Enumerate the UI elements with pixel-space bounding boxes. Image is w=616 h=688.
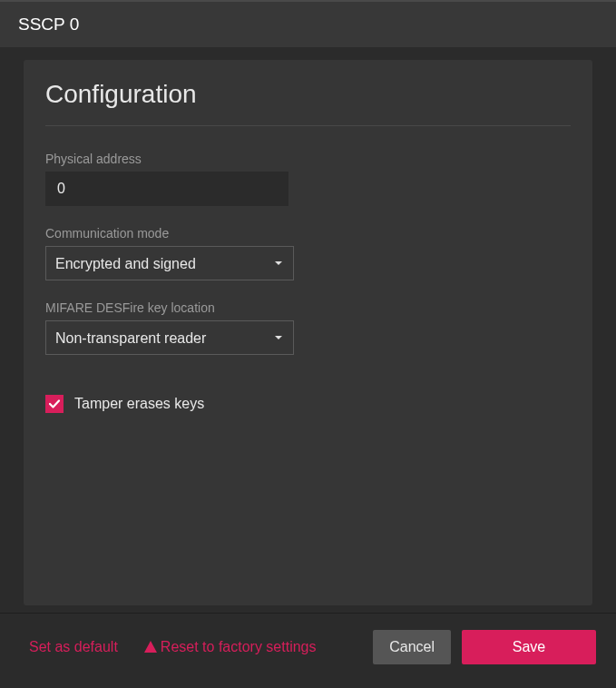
mifare-key-location-select[interactable]: Non-transparent reader [45, 320, 294, 355]
mifare-key-location-label: MIFARE DESFire key location [45, 300, 571, 315]
field-communication-mode: Communication mode Encrypted and signed [45, 226, 571, 280]
cancel-button[interactable]: Cancel [373, 630, 451, 664]
save-button[interactable]: Save [462, 630, 596, 664]
content-area: Configuration Physical address Communica… [0, 47, 616, 613]
physical-address-label: Physical address [45, 152, 571, 166]
tamper-erases-keys-checkbox[interactable] [45, 395, 64, 413]
set-as-default-label: Set as default [29, 639, 118, 655]
reset-to-factory-button[interactable]: Reset to factory settings [143, 639, 317, 655]
dialog-footer: Set as default Reset to factory settings… [0, 613, 616, 688]
communication-mode-select[interactable]: Encrypted and signed [45, 246, 294, 280]
panel-title: Configuration [45, 80, 571, 126]
check-icon [48, 398, 61, 410]
dialog-header: SSCP 0 [0, 0, 616, 47]
field-tamper-erases-keys: Tamper erases keys [45, 395, 571, 413]
footer-actions: Cancel Save [373, 630, 596, 664]
reset-to-factory-label: Reset to factory settings [161, 639, 317, 655]
physical-address-input[interactable] [45, 172, 288, 206]
dialog-window: SSCP 0 Configuration Physical address Co… [0, 0, 616, 688]
communication-mode-label: Communication mode [45, 226, 571, 241]
dialog-title: SSCP 0 [18, 15, 79, 34]
tamper-erases-keys-label: Tamper erases keys [74, 396, 204, 412]
field-physical-address: Physical address [45, 152, 571, 206]
configuration-panel: Configuration Physical address Communica… [24, 60, 592, 605]
warning-icon [143, 640, 158, 654]
set-as-default-button[interactable]: Set as default [29, 639, 118, 655]
field-mifare-key-location: MIFARE DESFire key location Non-transpar… [45, 300, 571, 355]
